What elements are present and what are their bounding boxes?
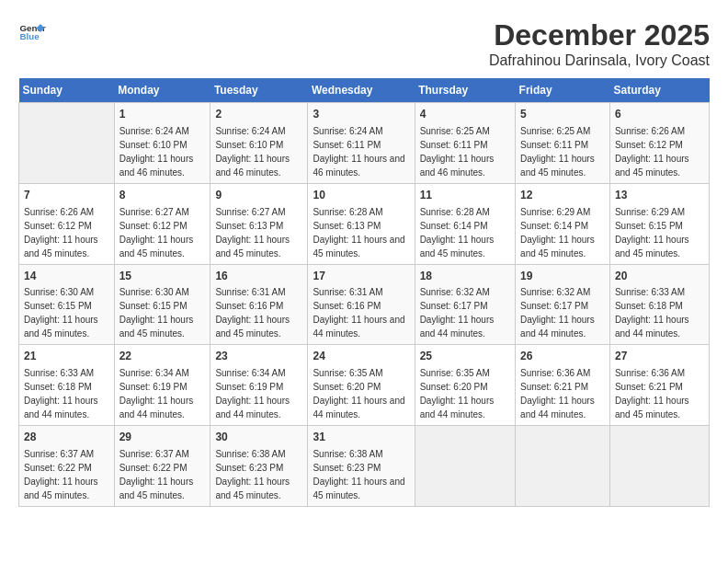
day-number: 6 (615, 107, 704, 122)
calendar-cell: 10Sunrise: 6:28 AM Sunset: 6:13 PM Dayli… (308, 183, 415, 264)
day-number: 31 (313, 430, 409, 445)
weekday-header-tuesday: Tuesday (210, 78, 308, 103)
calendar-cell (516, 426, 610, 507)
week-row-4: 21Sunrise: 6:33 AM Sunset: 6:18 PM Dayli… (19, 345, 710, 426)
day-info: Sunrise: 6:36 AM Sunset: 6:21 PM Dayligh… (520, 366, 605, 421)
week-row-5: 28Sunrise: 6:37 AM Sunset: 6:22 PM Dayli… (19, 426, 710, 507)
weekday-header-thursday: Thursday (415, 78, 515, 103)
day-number: 25 (420, 349, 510, 364)
calendar-cell: 31Sunrise: 6:38 AM Sunset: 6:23 PM Dayli… (308, 426, 415, 507)
calendar-cell: 20Sunrise: 6:33 AM Sunset: 6:18 PM Dayli… (609, 264, 709, 345)
day-number: 2 (215, 107, 302, 122)
calendar-cell: 13Sunrise: 6:29 AM Sunset: 6:15 PM Dayli… (609, 183, 709, 264)
weekday-header-monday: Monday (114, 78, 210, 103)
day-number: 4 (420, 107, 510, 122)
day-number: 1 (119, 107, 206, 122)
day-number: 24 (313, 349, 409, 364)
calendar-cell (609, 426, 709, 507)
calendar-cell: 12Sunrise: 6:29 AM Sunset: 6:14 PM Dayli… (516, 183, 610, 264)
calendar-cell: 25Sunrise: 6:35 AM Sunset: 6:20 PM Dayli… (415, 345, 515, 426)
calendar-cell: 26Sunrise: 6:36 AM Sunset: 6:21 PM Dayli… (516, 345, 610, 426)
svg-text:Blue: Blue (20, 31, 40, 41)
location-title: Dafrahinou Darinsala, Ivory Coast (489, 52, 710, 69)
weekday-header-friday: Friday (516, 78, 610, 103)
day-info: Sunrise: 6:25 AM Sunset: 6:11 PM Dayligh… (420, 124, 510, 179)
day-info: Sunrise: 6:37 AM Sunset: 6:22 PM Dayligh… (119, 447, 206, 502)
day-info: Sunrise: 6:33 AM Sunset: 6:18 PM Dayligh… (615, 285, 704, 340)
weekday-header-saturday: Saturday (609, 78, 709, 103)
week-row-1: 1Sunrise: 6:24 AM Sunset: 6:10 PM Daylig… (19, 103, 710, 184)
day-info: Sunrise: 6:32 AM Sunset: 6:17 PM Dayligh… (520, 285, 605, 340)
calendar-cell: 4Sunrise: 6:25 AM Sunset: 6:11 PM Daylig… (415, 103, 515, 184)
day-info: Sunrise: 6:30 AM Sunset: 6:15 PM Dayligh… (119, 285, 206, 340)
day-info: Sunrise: 6:36 AM Sunset: 6:21 PM Dayligh… (615, 366, 704, 421)
day-number: 20 (615, 269, 704, 284)
day-number: 14 (24, 269, 109, 284)
day-number: 17 (313, 269, 409, 284)
day-info: Sunrise: 6:26 AM Sunset: 6:12 PM Dayligh… (615, 124, 704, 179)
day-info: Sunrise: 6:28 AM Sunset: 6:14 PM Dayligh… (420, 205, 510, 260)
day-number: 18 (420, 269, 510, 284)
calendar-cell: 21Sunrise: 6:33 AM Sunset: 6:18 PM Dayli… (19, 345, 115, 426)
calendar-cell: 19Sunrise: 6:32 AM Sunset: 6:17 PM Dayli… (516, 264, 610, 345)
day-number: 27 (615, 349, 704, 364)
day-number: 5 (520, 107, 605, 122)
calendar-cell (415, 426, 515, 507)
day-number: 22 (119, 349, 206, 364)
calendar-cell: 17Sunrise: 6:31 AM Sunset: 6:16 PM Dayli… (308, 264, 415, 345)
day-number: 30 (215, 430, 302, 445)
title-block: December 2025 Dafrahinou Darinsala, Ivor… (489, 18, 710, 69)
calendar-cell: 11Sunrise: 6:28 AM Sunset: 6:14 PM Dayli… (415, 183, 515, 264)
day-number: 9 (215, 188, 302, 203)
day-info: Sunrise: 6:29 AM Sunset: 6:15 PM Dayligh… (615, 205, 704, 260)
calendar-cell: 2Sunrise: 6:24 AM Sunset: 6:10 PM Daylig… (210, 103, 308, 184)
calendar-cell (19, 103, 115, 184)
day-number: 28 (24, 430, 109, 445)
day-info: Sunrise: 6:35 AM Sunset: 6:20 PM Dayligh… (313, 366, 409, 421)
day-number: 15 (119, 269, 206, 284)
day-info: Sunrise: 6:34 AM Sunset: 6:19 PM Dayligh… (119, 366, 206, 421)
day-info: Sunrise: 6:38 AM Sunset: 6:23 PM Dayligh… (215, 447, 302, 502)
day-info: Sunrise: 6:24 AM Sunset: 6:10 PM Dayligh… (215, 124, 302, 179)
day-number: 26 (520, 349, 605, 364)
calendar-cell: 22Sunrise: 6:34 AM Sunset: 6:19 PM Dayli… (114, 345, 210, 426)
day-info: Sunrise: 6:27 AM Sunset: 6:12 PM Dayligh… (119, 205, 206, 260)
month-title: December 2025 (489, 18, 710, 52)
calendar-table: SundayMondayTuesdayWednesdayThursdayFrid… (18, 78, 710, 507)
calendar-cell: 16Sunrise: 6:31 AM Sunset: 6:16 PM Dayli… (210, 264, 308, 345)
day-number: 7 (24, 188, 109, 203)
calendar-cell: 30Sunrise: 6:38 AM Sunset: 6:23 PM Dayli… (210, 426, 308, 507)
calendar-cell: 29Sunrise: 6:37 AM Sunset: 6:22 PM Dayli… (114, 426, 210, 507)
day-number: 13 (615, 188, 704, 203)
day-info: Sunrise: 6:29 AM Sunset: 6:14 PM Dayligh… (520, 205, 605, 260)
day-info: Sunrise: 6:38 AM Sunset: 6:23 PM Dayligh… (313, 447, 409, 502)
calendar-cell: 28Sunrise: 6:37 AM Sunset: 6:22 PM Dayli… (19, 426, 115, 507)
day-info: Sunrise: 6:37 AM Sunset: 6:22 PM Dayligh… (24, 447, 109, 502)
calendar-cell: 14Sunrise: 6:30 AM Sunset: 6:15 PM Dayli… (19, 264, 115, 345)
day-info: Sunrise: 6:27 AM Sunset: 6:13 PM Dayligh… (215, 205, 302, 260)
weekday-header-sunday: Sunday (19, 78, 115, 103)
day-number: 3 (313, 107, 409, 122)
day-info: Sunrise: 6:31 AM Sunset: 6:16 PM Dayligh… (313, 285, 409, 340)
day-info: Sunrise: 6:34 AM Sunset: 6:19 PM Dayligh… (215, 366, 302, 421)
day-number: 8 (119, 188, 206, 203)
calendar-cell: 18Sunrise: 6:32 AM Sunset: 6:17 PM Dayli… (415, 264, 515, 345)
calendar-cell: 7Sunrise: 6:26 AM Sunset: 6:12 PM Daylig… (19, 183, 115, 264)
week-row-3: 14Sunrise: 6:30 AM Sunset: 6:15 PM Dayli… (19, 264, 710, 345)
calendar-cell: 23Sunrise: 6:34 AM Sunset: 6:19 PM Dayli… (210, 345, 308, 426)
calendar-cell: 1Sunrise: 6:24 AM Sunset: 6:10 PM Daylig… (114, 103, 210, 184)
day-number: 29 (119, 430, 206, 445)
day-number: 16 (215, 269, 302, 284)
calendar-cell: 5Sunrise: 6:25 AM Sunset: 6:11 PM Daylig… (516, 103, 610, 184)
logo: General Blue (18, 18, 46, 46)
weekday-header-wednesday: Wednesday (308, 78, 415, 103)
day-info: Sunrise: 6:25 AM Sunset: 6:11 PM Dayligh… (520, 124, 605, 179)
page-header: General Blue December 2025 Dafrahinou Da… (18, 18, 710, 69)
calendar-cell: 27Sunrise: 6:36 AM Sunset: 6:21 PM Dayli… (609, 345, 709, 426)
logo-icon: General Blue (18, 18, 46, 46)
day-info: Sunrise: 6:30 AM Sunset: 6:15 PM Dayligh… (24, 285, 109, 340)
day-info: Sunrise: 6:31 AM Sunset: 6:16 PM Dayligh… (215, 285, 302, 340)
day-number: 19 (520, 269, 605, 284)
calendar-cell: 6Sunrise: 6:26 AM Sunset: 6:12 PM Daylig… (609, 103, 709, 184)
day-number: 21 (24, 349, 109, 364)
